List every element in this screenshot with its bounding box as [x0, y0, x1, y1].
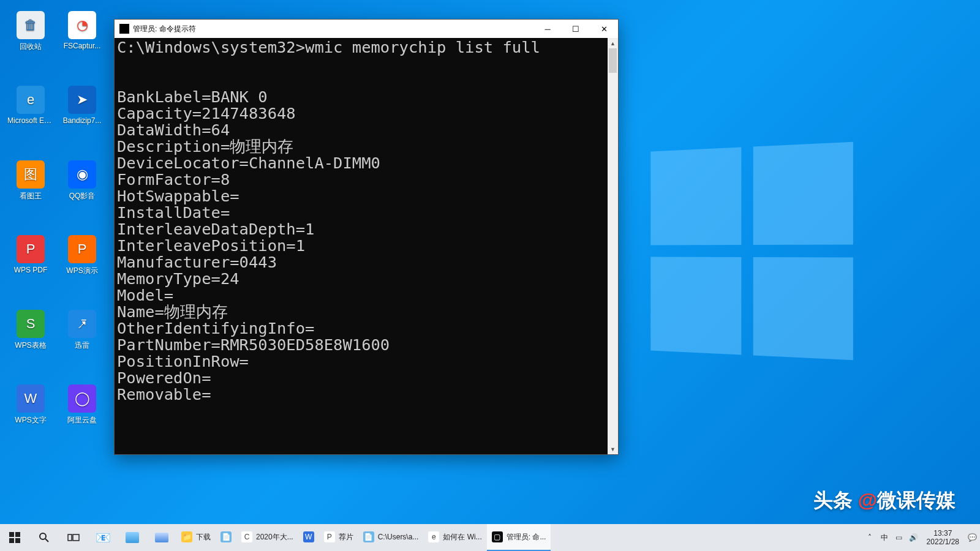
kantuwang-icon: 图 [17, 160, 45, 189]
minimize-button[interactable]: ─ [533, 20, 562, 38]
maximize-button[interactable]: ☐ [562, 20, 590, 38]
task-label: 2020年大... [256, 532, 293, 542]
task-cmd[interactable]: ▢管理员: 命... [487, 524, 551, 551]
task-notepad1-icon: 📄 [221, 531, 232, 542]
clock[interactable]: 13:37 2022/1/28 [923, 529, 963, 546]
task-items: 📁下载📄C2020年大...WP荐片📄C:\Users\a...e如何在 Wi.… [176, 524, 551, 551]
cmd-window: 管理员: 命令提示符 ─ ☐ ✕ C:\Windows\system32>wmi… [114, 19, 619, 455]
task-downloads-icon: 📁 [181, 531, 192, 542]
scroll-up-button[interactable]: ▲ [608, 38, 618, 48]
task-label: C:\Users\a... [378, 533, 419, 541]
desktop-icon-wps-biaoge[interactable]: SWPS表格 [7, 310, 54, 351]
svg-rect-0 [9, 532, 14, 537]
scroll-down-button[interactable]: ▼ [608, 444, 618, 454]
wps-biaoge-icon: S [17, 310, 45, 338]
task-users[interactable]: 📄C:\Users\a... [358, 524, 424, 551]
clock-date: 2022/1/28 [927, 538, 959, 546]
desktop-icon-wps-pdf[interactable]: PWPS PDF [7, 235, 54, 274]
desktop-icon-fscapture[interactable]: ◔FSCaptur... [59, 11, 105, 50]
task-wps[interactable]: W [298, 524, 319, 551]
ime-icon[interactable]: 中 [879, 532, 890, 543]
desktop-icon-wps-wenzi[interactable]: WWPS文字 [7, 384, 54, 425]
edge-icon: e [17, 86, 45, 114]
task-edge-icon: e [428, 531, 439, 542]
window-title: 管理员: 命令提示符 [133, 24, 533, 34]
fscapture-icon: ◔ [68, 11, 96, 39]
icon-label: WPS演示 [59, 266, 105, 276]
task-edge[interactable]: e如何在 Wi... [423, 524, 486, 551]
icon-label: 回收站 [7, 42, 54, 52]
app-pinned-2[interactable] [147, 524, 176, 551]
watermark-at: @ [858, 489, 877, 511]
wps-wenzi-icon: W [17, 384, 45, 413]
icon-label: FSCaptur... [59, 42, 105, 50]
terminal-output[interactable]: C:\Windows\system32>wmic memorychip list… [115, 38, 618, 454]
task-label: 荐片 [339, 532, 353, 542]
aliyunpan-icon: ◯ [68, 384, 96, 413]
svg-rect-6 [68, 534, 72, 541]
mail-pinned[interactable]: 📧 [88, 524, 118, 551]
desktop-icon-bandizip[interactable]: ➤Bandizip7... [59, 86, 105, 125]
xunlei-icon: ⭷ [68, 310, 96, 338]
svg-rect-1 [15, 532, 20, 537]
icon-label: 迅雷 [59, 340, 105, 351]
task-2020-icon: C [241, 531, 252, 542]
icon-label: QQ影音 [59, 191, 105, 201]
wps-pdf-icon: P [17, 235, 45, 263]
titlebar[interactable]: 管理员: 命令提示符 ─ ☐ ✕ [115, 20, 618, 38]
system-tray: ˄ 中 ▭ 🔊 13:37 2022/1/28 💬 [864, 524, 980, 551]
task-label: 如何在 Wi... [443, 532, 481, 542]
task-2020[interactable]: C2020年大... [236, 524, 298, 551]
icon-label: WPS PDF [7, 266, 54, 274]
task-jianpian-icon: P [324, 531, 335, 542]
watermark-prefix: 头条 [813, 489, 853, 511]
wps-yanshi-icon: P [68, 235, 96, 263]
task-notepad1[interactable]: 📄 [216, 524, 236, 551]
icon-label: WPS文字 [7, 415, 54, 425]
bandizip-icon: ➤ [68, 86, 96, 114]
start-button[interactable] [0, 524, 29, 551]
desktop-icon-recycle-bin[interactable]: 🗑回收站 [7, 11, 54, 52]
desktop-icon-xunlei[interactable]: ⭷迅雷 [59, 310, 105, 351]
taskbar: 📧 📁下载📄C2020年大...WP荐片📄C:\Users\a...e如何在 W… [0, 524, 980, 551]
task-jianpian[interactable]: P荐片 [319, 524, 358, 551]
app-pinned-1[interactable] [118, 524, 147, 551]
desktop-icon-aliyunpan[interactable]: ◯阿里云盘 [59, 384, 105, 425]
svg-rect-2 [9, 538, 14, 543]
task-wps-icon: W [303, 531, 314, 542]
icon-label: Bandizip7... [59, 116, 105, 125]
scrollbar[interactable]: ▲ ▼ [608, 38, 618, 454]
scroll-thumb[interactable] [609, 48, 617, 73]
icon-label: Microsoft Edge [7, 116, 54, 125]
desktop-icon-kantuwang[interactable]: 图看图王 [7, 160, 54, 201]
network-icon[interactable]: ▭ [894, 532, 905, 543]
task-label: 管理员: 命... [507, 532, 546, 542]
cmd-icon [119, 24, 129, 34]
volume-icon[interactable]: 🔊 [908, 532, 919, 543]
desktop-icon-qqyingyin[interactable]: ◉QQ影音 [59, 160, 105, 201]
notifications-icon[interactable]: 💬 [967, 532, 978, 543]
recycle-bin-icon: 🗑 [17, 11, 45, 39]
watermark-name: 微课传媒 [877, 489, 956, 511]
svg-point-4 [40, 533, 46, 539]
desktop-icon-wps-yanshi[interactable]: PWPS演示 [59, 235, 105, 276]
svg-rect-7 [73, 534, 79, 541]
task-label: 下载 [196, 532, 211, 542]
qqyingyin-icon: ◉ [68, 160, 96, 189]
icon-label: 看图王 [7, 191, 54, 201]
desktop-icon-edge[interactable]: eMicrosoft Edge [7, 86, 54, 125]
svg-rect-3 [15, 538, 20, 543]
search-button[interactable] [29, 524, 59, 551]
clock-time: 13:37 [927, 529, 959, 538]
task-users-icon: 📄 [363, 531, 374, 542]
task-view-button[interactable] [59, 524, 88, 551]
task-cmd-icon: ▢ [492, 531, 503, 542]
icon-label: WPS表格 [7, 340, 54, 351]
watermark: 头条 @微课传媒 [813, 487, 956, 514]
tray-chevron-icon[interactable]: ˄ [864, 532, 875, 543]
task-downloads[interactable]: 📁下载 [176, 524, 216, 551]
svg-line-5 [45, 539, 48, 542]
close-button[interactable]: ✕ [590, 20, 618, 38]
icon-label: 阿里云盘 [59, 415, 105, 425]
